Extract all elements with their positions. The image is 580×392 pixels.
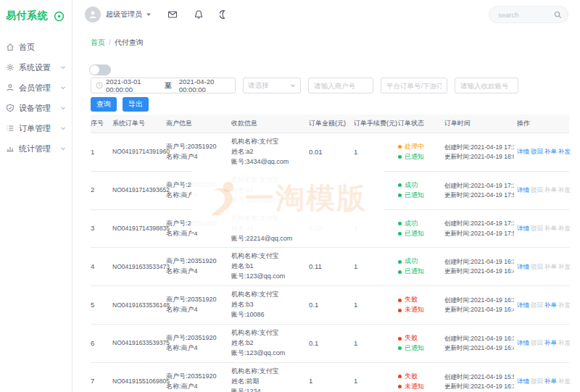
breadcrumb: 首页/代付查询 <box>91 38 144 48</box>
merchant-info: 商户号:20351920名称:商户4 <box>166 372 231 392</box>
merchant-info: 商户号:20351920名称:商户4 <box>166 257 231 277</box>
status-dot <box>398 155 402 159</box>
action-details[interactable]: 详情 <box>517 224 529 233</box>
action-reject[interactable]: 驳回 <box>531 185 543 195</box>
breadcrumb-home-link[interactable]: 首页 <box>91 38 105 46</box>
order-no-input[interactable] <box>381 78 447 93</box>
action-resend[interactable]: 补发 <box>558 185 571 195</box>
watermark-logo-icon <box>203 178 245 220</box>
bell-icon[interactable] <box>194 9 204 20</box>
order-amount: 0.1 <box>309 338 354 349</box>
action-resend[interactable]: 补发 <box>558 338 571 348</box>
breadcrumb-current: 代付查询 <box>115 38 144 46</box>
export-button[interactable]: 导出 <box>123 97 149 112</box>
payee-info: 机构名称:支付宝姓名:b2账号:123@qq.com <box>231 328 309 359</box>
action-supplement[interactable]: 补单 <box>544 224 557 233</box>
account-input[interactable] <box>455 78 518 93</box>
search-input[interactable] <box>498 11 554 19</box>
sidebar-item-home[interactable]: 首页 <box>0 37 72 57</box>
action-reject[interactable]: 驳回 <box>531 262 543 272</box>
action-supplement[interactable]: 补单 <box>544 301 557 310</box>
order-amount: 0.11 <box>309 262 354 272</box>
chevron-down-icon <box>60 125 66 131</box>
action-details[interactable]: 详情 <box>517 338 529 348</box>
action-supplement[interactable]: 补单 <box>544 377 557 386</box>
table-header-row: 序号 系统订单号 商户信息 收款信息 订单金额(元) 订单手续费(元) 订单状态… <box>91 114 569 133</box>
system-order-number: NO04191633539375 <box>112 338 166 348</box>
clock-icon <box>96 82 103 89</box>
order-fee: 1 <box>354 147 398 158</box>
action-resend[interactable]: 补发 <box>558 301 571 310</box>
action-reject[interactable]: 驳回 <box>531 377 543 386</box>
switch-knob <box>90 65 99 75</box>
search-icon[interactable] <box>554 11 562 19</box>
action-reject[interactable]: 驳回 <box>531 338 543 348</box>
action-supplement[interactable]: 补单 <box>544 185 557 195</box>
col-header: 订单状态 <box>398 119 444 128</box>
action-supplement[interactable]: 补单 <box>544 338 557 348</box>
action-supplement[interactable]: 补单 <box>544 147 557 157</box>
button-row: 查询 导出 <box>91 97 149 112</box>
row-actions: 详情驳回补单补发 <box>517 185 569 195</box>
action-details[interactable]: 详情 <box>517 185 529 195</box>
action-supplement[interactable]: 补单 <box>544 262 557 272</box>
action-details[interactable]: 详情 <box>517 301 529 310</box>
system-order-number: NO04191714398835 <box>112 224 166 233</box>
filter-toggle-switch[interactable] <box>89 64 111 75</box>
chevron-down-icon <box>60 85 66 91</box>
orders-table: 序号 系统订单号 商户信息 收款信息 订单金额(元) 订单手续费(元) 订单状态… <box>91 114 569 392</box>
system-order-number: NO04191714391960 <box>112 147 166 157</box>
action-resend[interactable]: 补发 <box>558 224 571 233</box>
status-dot <box>398 145 402 149</box>
action-resend[interactable]: 补发 <box>558 377 571 386</box>
system-order-number: NO04191714393652 <box>112 185 166 195</box>
action-resend[interactable]: 补发 <box>558 147 571 157</box>
user-menu-caret-icon[interactable] <box>146 12 152 17</box>
row-index: 7 <box>91 376 112 387</box>
order-status: 成功已通知 <box>398 180 444 201</box>
action-reject[interactable]: 驳回 <box>531 301 543 310</box>
sidebar-item-device-management[interactable]: 设备管理 <box>0 98 72 118</box>
col-header: 系统订单号 <box>112 119 166 128</box>
row-actions: 详情驳回补单补发 <box>517 377 569 386</box>
type-select[interactable]: 请选择 <box>243 78 301 93</box>
collapse-icon[interactable] <box>54 11 65 22</box>
table-row: 4 NO04191633533473 商户号:20351920名称:商户4 机构… <box>91 248 569 286</box>
row-actions: 详情驳回补单补发 <box>517 301 569 310</box>
brand-title: 易付系统 <box>6 9 48 22</box>
chevron-down-icon <box>60 146 66 151</box>
sidebar-item-label: 设备管理 <box>19 103 51 114</box>
action-details[interactable]: 详情 <box>517 147 529 157</box>
sidebar-item-system-settings[interactable]: 系统设置 <box>0 57 72 78</box>
current-user-label: 超级管理员 <box>106 9 142 20</box>
order-status: 成功已通知 <box>398 219 444 239</box>
moon-icon[interactable] <box>220 9 230 20</box>
sidebar: 易付系统 首页 系统设置 会员管理 设备管理 <box>0 0 72 392</box>
mail-icon[interactable] <box>167 9 178 20</box>
action-reject[interactable]: 驳回 <box>531 147 543 157</box>
merchant-info: 商户号:20351920名称:商户4 <box>166 333 231 354</box>
sidebar-item-stats-management[interactable]: 统计管理 <box>0 138 72 159</box>
action-reject[interactable]: 驳回 <box>531 224 543 233</box>
sidebar-item-label: 统计管理 <box>19 143 51 154</box>
global-search <box>489 6 568 23</box>
sidebar-item-order-management[interactable]: 订单管理 <box>0 118 72 138</box>
action-details[interactable]: 详情 <box>517 377 529 386</box>
row-index: 3 <box>91 223 112 234</box>
date-range-picker[interactable]: 2021-03-01 00:00:00 至 2021-04-20 00:00:0… <box>91 78 236 93</box>
status-dot <box>398 299 402 302</box>
action-resend[interactable]: 补发 <box>558 262 571 272</box>
merchant-info: 商户号:20351920名称:商户4 <box>166 295 231 315</box>
search-button[interactable]: 查询 <box>91 97 117 112</box>
status-dot <box>398 346 402 350</box>
date-separator-label: 至 <box>165 81 172 91</box>
order-time: 创建时间:2021-04-19 17:14:39更新时间:2021-04-19 … <box>444 219 517 238</box>
order-fee: 1 <box>354 262 398 272</box>
device-icon <box>6 104 14 112</box>
order-time: 创建时间:2021-04-19 15:51:06更新时间:2021-04-19 … <box>444 372 517 391</box>
avatar[interactable] <box>85 7 101 22</box>
sidebar-item-member-management[interactable]: 会员管理 <box>0 78 72 98</box>
merchant-input[interactable] <box>309 78 373 93</box>
action-details[interactable]: 详情 <box>517 262 529 272</box>
payee-info: 机构名称:支付宝姓名:a2账号:3434@qq.com <box>231 137 309 167</box>
